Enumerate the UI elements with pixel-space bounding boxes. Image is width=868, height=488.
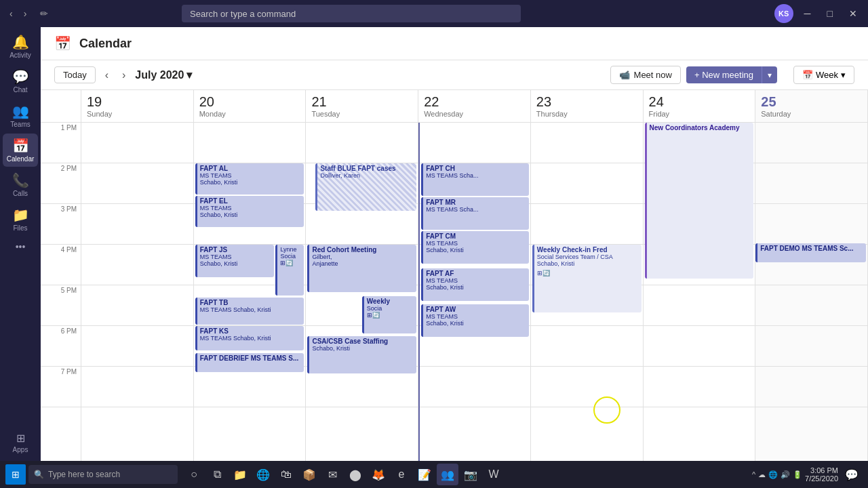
start-button[interactable]: ⊞ bbox=[5, 464, 26, 485]
sidebar-label-files: Files bbox=[13, 224, 27, 232]
day-col-mon: FAPT AL MS TEAMS Schabo, Kristi FAPT EL … bbox=[194, 123, 307, 488]
new-meeting-group: + New meeting ▾ bbox=[686, 66, 777, 83]
today-button[interactable]: Today bbox=[54, 66, 96, 83]
time-slot-3pm: 3 PM bbox=[41, 204, 81, 245]
day-cell bbox=[755, 367, 867, 407]
day-header-tue: 21 Tuesday bbox=[306, 90, 418, 122]
event-weekly-check[interactable]: Weekly Check-in Fred Social Services Tea… bbox=[532, 245, 642, 312]
apps-icon: ⊞ bbox=[16, 432, 25, 445]
day-cell bbox=[81, 163, 193, 204]
taskbar-icon-store[interactable]: 🛍 bbox=[275, 464, 297, 485]
titlebar-right: KS ─ □ ✕ bbox=[774, 4, 863, 23]
taskbar-icon-mail[interactable]: ✉ bbox=[321, 464, 343, 485]
calendar-header: 📅 Calendar bbox=[41, 27, 868, 60]
taskbar-icon-dropbox[interactable]: 📦 bbox=[298, 464, 320, 485]
day-cell bbox=[644, 285, 755, 326]
event-red-cohort[interactable]: Red Cohort Meeting Gilbert, Anjanette bbox=[307, 245, 416, 292]
taskbar-icon-word[interactable]: W bbox=[483, 464, 505, 485]
week-chevron-icon: ▾ bbox=[841, 70, 846, 80]
event-fapt-ks[interactable]: FAPT KS MS TEAMS Schabo, Kristi bbox=[195, 326, 304, 350]
forward-button[interactable]: › bbox=[20, 7, 31, 20]
event-weekly-tu[interactable]: Weekly Socia ⊞🔄 bbox=[362, 296, 416, 333]
month-label[interactable]: July 2020 ▾ bbox=[135, 68, 192, 81]
time-slot-5pm: 5 PM bbox=[41, 285, 81, 326]
event-fapt-mr[interactable]: FAPT MR MS TEAMS Scha... bbox=[421, 197, 529, 230]
avatar[interactable]: KS bbox=[774, 4, 793, 23]
day-cell bbox=[644, 367, 755, 407]
day-cell bbox=[755, 326, 867, 367]
event-fapt-js[interactable]: FAPT JS MS TEAMS Schabo, Kristi bbox=[195, 245, 275, 277]
minimize-button[interactable]: ─ bbox=[799, 7, 816, 20]
event-fapt-al[interactable]: FAPT AL MS TEAMS Schabo, Kristi bbox=[195, 163, 304, 195]
sidebar-item-calendar[interactable]: 📅 Calendar bbox=[3, 134, 38, 167]
event-fapt-af[interactable]: FAPT AF MS TEAMS Schabo, Kristi bbox=[421, 268, 529, 301]
taskbar-icon-chrome[interactable]: ⬤ bbox=[344, 464, 366, 485]
sidebar-item-activity[interactable]: 🔔 Activity bbox=[3, 30, 38, 63]
taskbar-icon-taskview[interactable]: ⧉ bbox=[206, 464, 228, 485]
new-meeting-dropdown-button[interactable]: ▾ bbox=[762, 66, 777, 83]
sidebar-item-apps[interactable]: ⊞ Apps bbox=[3, 428, 38, 458]
day-headers: 19 Sunday 20 Monday 21 Tuesday 22 Wednes… bbox=[41, 90, 868, 123]
day-cell bbox=[531, 326, 643, 367]
event-lynne-socia[interactable]: Lynne Socia ⊞🔄 bbox=[275, 245, 304, 296]
event-fapt-el[interactable]: FAPT EL MS TEAMS Schabo, Kristi bbox=[195, 196, 304, 227]
taskbar-icon-ie[interactable]: e bbox=[391, 464, 412, 485]
calls-icon: 📞 bbox=[12, 172, 29, 188]
next-week-button[interactable]: › bbox=[118, 68, 130, 83]
day-header-thu: 23 Thursday bbox=[531, 90, 644, 122]
day-num-tue: 21 bbox=[311, 94, 412, 110]
sidebar-label-teams: Teams bbox=[10, 121, 30, 128]
day-header-wed: 22 Wednesday bbox=[418, 90, 531, 122]
taskbar-icon-camera[interactable]: 📷 bbox=[460, 464, 481, 485]
taskbar-icon-sticky[interactable]: 📝 bbox=[414, 464, 435, 485]
sidebar-item-calls[interactable]: 📞 Calls bbox=[3, 168, 38, 201]
back-button[interactable]: ‹ bbox=[5, 7, 17, 20]
chevron-icon[interactable]: ^ bbox=[752, 470, 755, 479]
week-view-button[interactable]: 📅 Week ▾ bbox=[793, 66, 854, 84]
new-meeting-button[interactable]: + New meeting bbox=[686, 66, 762, 83]
event-staff-blue[interactable]: Staff BLUE FAPT cases Dolliver, Karen bbox=[315, 163, 416, 211]
meet-now-icon: 📹 bbox=[619, 70, 630, 80]
taskbar-icon-cortana[interactable]: ○ bbox=[183, 464, 205, 485]
taskbar-search[interactable]: 🔍 Type here to search bbox=[28, 465, 178, 484]
day-name-sat: Saturday bbox=[761, 110, 862, 118]
taskbar-icon-files[interactable]: 📁 bbox=[229, 464, 251, 485]
event-fapt-demo[interactable]: FAPT DEMO MS TEAMS Sc... bbox=[755, 243, 866, 262]
day-cell bbox=[81, 204, 193, 245]
event-fapt-debrief[interactable]: FAPT DEBRIEF MS TEAMS S... bbox=[195, 353, 304, 372]
sidebar-item-chat[interactable]: 💬 Chat bbox=[3, 64, 38, 98]
titlebar: ‹ › ✏ Search or type a command KS ─ □ ✕ bbox=[0, 0, 868, 27]
meet-now-button[interactable]: 📹 Meet now bbox=[610, 66, 681, 84]
day-name-tue: Tuesday bbox=[311, 110, 412, 118]
day-cell bbox=[531, 367, 643, 407]
notification-button[interactable]: 💬 bbox=[841, 464, 863, 485]
search-placeholder: Search or type a command bbox=[190, 9, 296, 19]
sidebar: 🔔 Activity 💬 Chat 👥 Teams 📅 Calendar 📞 C… bbox=[0, 27, 41, 488]
taskbar-time[interactable]: 3:06 PM 7/25/2020 bbox=[805, 466, 838, 483]
day-num-mon: 20 bbox=[199, 94, 300, 110]
day-col-tue: Staff BLUE FAPT cases Dolliver, Karen Re… bbox=[306, 123, 418, 488]
event-csa-csb[interactable]: CSA/CSB Case Staffing Schabo, Kristi bbox=[307, 336, 416, 373]
more-icon: ••• bbox=[16, 241, 26, 252]
event-new-coord[interactable]: New Coordinators Academy bbox=[645, 123, 754, 279]
search-bar[interactable]: Search or type a command bbox=[182, 5, 521, 22]
maximize-button[interactable]: □ bbox=[822, 7, 838, 20]
sidebar-item-more[interactable]: ••• bbox=[3, 237, 38, 256]
taskbar-icon-teams[interactable]: 👥 bbox=[437, 464, 458, 485]
event-fapt-ch[interactable]: FAPT CH MS TEAMS Scha... bbox=[421, 163, 529, 196]
prev-week-button[interactable]: ‹ bbox=[101, 68, 113, 83]
taskbar-icon-firefox[interactable]: 🦊 bbox=[368, 464, 389, 485]
close-button[interactable]: ✕ bbox=[844, 7, 863, 20]
event-fapt-cm[interactable]: FAPT CM MS TEAMS Schabo, Kristi bbox=[421, 231, 529, 264]
sidebar-item-files[interactable]: 📁 Files bbox=[3, 203, 38, 236]
day-header-sun: 19 Sunday bbox=[81, 90, 194, 122]
calendar-header-icon: 📅 bbox=[54, 35, 71, 52]
compose-icon[interactable]: ✏ bbox=[36, 7, 52, 20]
sidebar-item-teams[interactable]: 👥 Teams bbox=[3, 99, 38, 132]
time-slot-1pm: 1 PM bbox=[41, 123, 81, 163]
teams-icon: 👥 bbox=[12, 103, 29, 119]
event-fapt-tb[interactable]: FAPT TB MS TEAMS Schabo, Kristi bbox=[195, 298, 304, 325]
event-fapt-aw[interactable]: FAPT AW MS TEAMS Schabo, Kristi bbox=[421, 304, 529, 337]
taskbar-icon-edge[interactable]: 🌐 bbox=[252, 464, 274, 485]
day-name-wed: Wednesday bbox=[424, 110, 525, 118]
